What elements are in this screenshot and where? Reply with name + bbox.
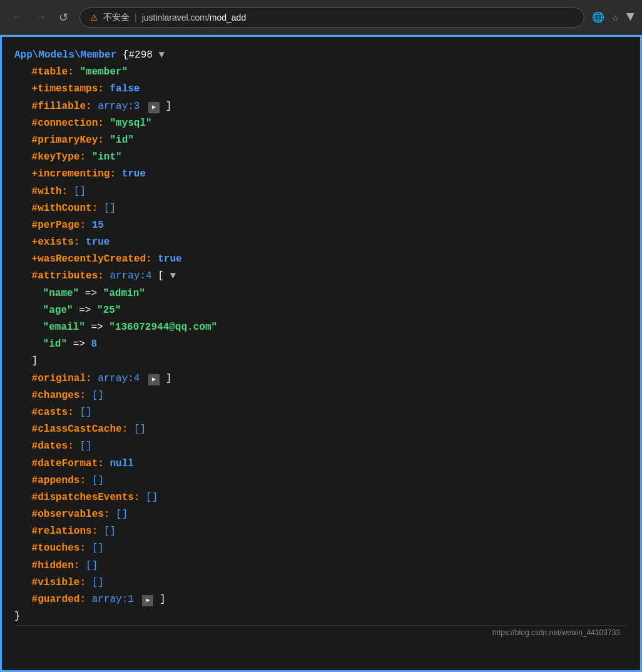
dateformat-key: #dateFormat:	[32, 458, 104, 469]
dispatchesevents-val: []	[146, 492, 158, 503]
timestamps-key: +timestamps:	[32, 83, 104, 94]
guarded-expand[interactable]: ▶	[142, 595, 153, 606]
close-bracket-line: ]	[14, 353, 628, 370]
attr-id-key: "id"	[43, 339, 67, 350]
perpage-key: #perPage:	[32, 220, 86, 231]
connection-line: #connection: "mysql"	[14, 115, 628, 132]
address-bar[interactable]: ⚠ 不安全 | justinlaravel.com/mod_add	[79, 8, 584, 28]
fillable-expand[interactable]: ▶	[148, 102, 160, 113]
dates-val: []	[79, 440, 91, 452]
appends-val: []	[92, 475, 104, 486]
visible-line: #visible: []	[14, 574, 628, 591]
dates-key: #dates:	[32, 440, 74, 452]
touches-val: []	[92, 542, 104, 554]
attr-email-line: "email" => "136072944@qq.com"	[14, 319, 628, 336]
bookmark-icon[interactable]: ☆	[612, 11, 619, 24]
classcastcache-key: #classCastCache:	[32, 424, 128, 435]
keytype-val: "int"	[92, 151, 122, 163]
perpage-val: 15	[92, 220, 104, 231]
original-expand[interactable]: ▶	[148, 374, 160, 385]
attr-email-val: "136072944@qq.com"	[109, 322, 217, 333]
dateformat-line: #dateFormat: null	[14, 456, 628, 472]
attr-age-key: "age"	[43, 305, 73, 316]
withcount-val: []	[104, 203, 116, 214]
touches-line: #touches: []	[14, 540, 628, 557]
classcastcache-line: #classCastCache: []	[14, 421, 628, 438]
hidden-key: #hidden:	[32, 560, 80, 571]
wasrecentlycreated-line: +wasRecentlyCreated: true	[14, 251, 628, 268]
url-separator: |	[135, 13, 137, 23]
url-path: mod_add	[210, 13, 246, 23]
guarded-line: #guarded: array:1 ▶ ]	[14, 591, 628, 608]
incrementing-val: true	[122, 168, 146, 180]
url-text: justinlaravel.com/mod_add	[142, 13, 247, 23]
hidden-val: []	[86, 560, 98, 571]
changes-line: #changes: []	[14, 387, 628, 404]
menu-icon[interactable]: ▼	[626, 9, 634, 25]
with-val: []	[74, 186, 86, 197]
forward-button[interactable]: →	[31, 8, 50, 26]
translate-icon[interactable]: 🌐	[592, 11, 604, 24]
withcount-line: #withCount: []	[14, 200, 628, 217]
keytype-line: #keyType: "int"	[14, 149, 628, 166]
changes-val: []	[92, 390, 104, 401]
relations-val: []	[104, 526, 116, 537]
debug-output-area: App\Models\Member {#298 ▼ #table: "membe…	[0, 35, 642, 672]
attributes-collapse[interactable]: ▼	[170, 270, 176, 282]
fillable-key: #fillable:	[32, 101, 92, 112]
observables-key: #observables:	[32, 509, 110, 520]
dispatchesevents-line: #dispatchesEvents: []	[14, 489, 628, 506]
attr-name-key: "name"	[43, 288, 79, 299]
url-prefix: justinlaravel.com/	[142, 13, 210, 23]
attr-age-val: "25"	[97, 305, 121, 316]
visible-val: []	[92, 577, 104, 588]
guarded-key: #guarded:	[32, 594, 86, 605]
attributes-line: #attributes: array:4 [ ▼	[14, 268, 628, 285]
class-header-line: App\Models\Member {#298 ▼	[14, 47, 628, 64]
object-id: {#298	[123, 49, 159, 61]
attr-id-val: 8	[91, 339, 97, 350]
status-bar: https://blog.csdn.net/weixin_44103733	[14, 625, 628, 639]
closing-brace-line: }	[14, 608, 628, 625]
fillable-line: #fillable: array:3 ▶ ]	[14, 98, 628, 115]
attr-name-line: "name" => "admin"	[14, 285, 628, 302]
table-line: #table: "member"	[14, 64, 628, 81]
original-key: #original:	[32, 373, 92, 384]
perpage-line: #perPage: 15	[14, 217, 628, 234]
primarykey-key: #primaryKey:	[32, 135, 104, 146]
primarykey-line: #primaryKey: "id"	[14, 132, 628, 149]
wasrecentlycreated-key: +wasRecentlyCreated:	[32, 253, 152, 265]
original-val: array:4	[98, 373, 140, 384]
relations-line: #relations: []	[14, 523, 628, 540]
touches-key: #touches:	[32, 542, 86, 554]
classcastcache-val: []	[134, 424, 146, 435]
table-key: #table:	[32, 66, 74, 78]
reload-button[interactable]: ↺	[55, 8, 72, 27]
collapse-triangle[interactable]: ▼	[158, 49, 165, 61]
dispatchesevents-key: #dispatchesEvents:	[32, 492, 140, 503]
incrementing-line: +incrementing: true	[14, 166, 628, 183]
wasrecentlycreated-val: true	[158, 253, 181, 265]
connection-val: "mysql"	[110, 118, 151, 129]
attributes-key: #attributes:	[32, 270, 104, 282]
security-warning-icon: ⚠	[90, 13, 98, 23]
with-line: #with: []	[14, 183, 628, 200]
warning-text: 不安全	[103, 12, 130, 23]
visible-key: #visible:	[32, 577, 86, 588]
observables-line: #observables: []	[14, 506, 628, 523]
withcount-key: #withCount:	[32, 203, 98, 214]
attr-name-val: "admin"	[103, 288, 145, 299]
changes-key: #changes:	[32, 390, 86, 401]
exists-val: true	[86, 237, 110, 248]
fillable-val: array:3	[98, 101, 140, 112]
appends-line: #appends: []	[14, 472, 628, 489]
attr-age-line: "age" => "25"	[14, 302, 628, 319]
browser-toolbar: ← → ↺ ⚠ 不安全 | justinlaravel.com/mod_add …	[0, 0, 642, 35]
back-button[interactable]: ←	[8, 8, 26, 26]
relations-key: #relations:	[32, 526, 98, 537]
dateformat-val: null	[110, 458, 133, 469]
incrementing-key: +incrementing:	[32, 168, 116, 180]
timestamps-val: false	[110, 83, 140, 94]
casts-val: []	[79, 407, 91, 418]
primarykey-val: "id"	[110, 135, 133, 146]
